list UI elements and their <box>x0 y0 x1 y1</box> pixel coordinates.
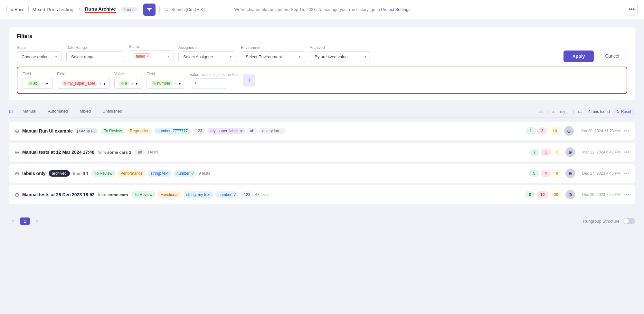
search-input[interactable] <box>171 7 223 12</box>
list-item: Performance <box>117 170 146 177</box>
run-more-button[interactable]: ••• <box>624 171 629 176</box>
field3-tag: number <box>151 80 173 86</box>
badge-skipped: 30 <box>550 191 562 198</box>
field1-chevron-icon <box>46 81 48 86</box>
field2-select[interactable]: my_super_label × <box>57 78 110 89</box>
run-tags: To Review Performance string: text numbe… <box>91 170 210 177</box>
main-content: Filters State Choose option Date Range S… <box>0 19 644 238</box>
run-tags: To Review Functional string: my text num… <box>131 191 269 198</box>
value1-chevron-icon <box>136 81 138 86</box>
run-more-button[interactable]: ••• <box>624 149 629 155</box>
avatar: ⊕ <box>565 190 575 199</box>
add-filter-button[interactable]: + <box>243 74 255 87</box>
archived-filter-label: Archived <box>310 45 371 50</box>
run-from: from some cars <box>98 192 128 197</box>
badge-skipped: 10 <box>549 127 561 134</box>
run-title: labels only <box>22 171 45 176</box>
back-button[interactable]: « Runs <box>6 5 29 14</box>
list-item: To Review <box>91 170 116 177</box>
rungroup-toggle[interactable] <box>623 218 635 224</box>
table-row: ⊖ Manual tests at 26 Dec 2023 18:52 from… <box>9 185 635 204</box>
tab-unfinished[interactable]: Unfinished <box>97 106 128 117</box>
env-filter-group: Environment Select Environment <box>241 45 305 62</box>
rungroup-row: Rungroup Structure <box>583 215 635 227</box>
apply-button[interactable]: Apply <box>564 51 594 62</box>
list-item: Functional <box>157 191 181 198</box>
list-item: 123 <box>241 191 253 198</box>
back-icon: « <box>11 7 13 12</box>
field3-select[interactable]: number × <box>147 78 185 89</box>
status-filter-select[interactable]: failed × <box>129 51 174 62</box>
table-row: ⊖ Manual tests at 12 Mar 2024 17:40 from… <box>9 143 635 162</box>
field2-remove-icon[interactable]: × <box>99 81 101 85</box>
reset-button[interactable]: ↻ Reset <box>612 108 635 115</box>
archived-filter-select[interactable]: By archived value <box>310 51 371 62</box>
badge-passed: 1 <box>526 127 536 134</box>
nav-info-text: We've cleared old runs before Sep 15, 20… <box>234 7 622 12</box>
field3-label: Field <box>147 72 185 76</box>
field3-remove-icon[interactable]: × <box>175 81 177 85</box>
summary-my: my_... <box>560 109 571 114</box>
assignee-filter-select[interactable]: Select Assignee <box>178 51 236 62</box>
tab-manual[interactable]: Manual <box>17 106 42 117</box>
value1-tag: a <box>118 80 130 86</box>
tab-check-icon: ☑ <box>9 109 13 114</box>
field2-label: Field <box>57 72 110 76</box>
status-tag: failed × <box>134 53 151 59</box>
svg-line-1 <box>167 10 168 12</box>
field3-group: Field number × <box>147 72 185 89</box>
field1-select[interactable]: ab × <box>23 78 52 89</box>
list-item: number: 7 <box>215 191 239 198</box>
state-chevron-icon <box>55 55 57 59</box>
top-nav: « Runs Mixed Runs testing / Runs Archive… <box>0 0 644 19</box>
state-filter-select[interactable]: Choose option <box>17 51 62 62</box>
tab-automated[interactable]: Automated <box>42 106 74 117</box>
next-page-button[interactable]: » <box>33 217 41 225</box>
pagination: « 1 » <box>9 212 41 230</box>
value1-remove-icon[interactable]: × <box>132 81 134 85</box>
assignee-filter-value: Select Assignee <box>183 54 213 59</box>
field1-remove-icon[interactable]: × <box>42 81 44 85</box>
more-menu-button[interactable]: ••• <box>626 4 638 15</box>
tab-mixed[interactable]: Mixed <box>74 106 97 117</box>
status-remove-icon[interactable]: × <box>147 54 149 59</box>
summary-a: a <box>552 109 554 114</box>
list-item: 123 <box>193 128 205 134</box>
test-count: 3 tests <box>147 150 158 154</box>
field1-label: Field <box>23 72 52 76</box>
runs-list: ⊖ Manual Run UI example [ Group E ] To R… <box>9 122 635 207</box>
cancel-button[interactable]: Cancel <box>597 50 627 62</box>
run-more-button[interactable]: ••• <box>624 192 629 198</box>
run-title: Manual tests at 12 Mar 2024 17:40 <box>22 150 94 155</box>
filter-icon-button[interactable] <box>143 4 156 16</box>
run-from: from ffff <box>73 171 88 176</box>
run-status-icon: ⊖ <box>15 128 19 134</box>
tabs-summary: st... | a | my_... | n... | 4 runs found… <box>539 108 635 115</box>
badge-failed: 1 <box>541 149 551 156</box>
state-filter-label: State <box>17 45 62 50</box>
field1-group: Field ab × <box>23 72 52 89</box>
run-title: Manual Run UI example [ Group E ] <box>22 128 98 134</box>
run-status-icon: ⊖ <box>15 192 19 198</box>
run-group-badge: [ Group E ] <box>75 128 98 134</box>
run-date: Mar 12, 2024 6:43 PM <box>582 150 620 154</box>
archived-badge: archived <box>49 170 70 177</box>
run-more-button[interactable]: ••• <box>624 128 629 134</box>
field1-tag: ab <box>27 80 40 86</box>
assignee-chevron-icon <box>230 55 232 59</box>
archived-filter-group: Archived By archived value <box>310 45 371 62</box>
search-box[interactable] <box>159 5 230 14</box>
project-settings-link[interactable]: Project Settings <box>381 7 411 12</box>
value1-select[interactable]: a × <box>114 78 142 89</box>
table-row: ⊖ labels only archived from ffff To Revi… <box>9 164 635 183</box>
prev-page-button[interactable]: « <box>9 217 17 225</box>
run-date: Dec 26, 2023 7:55 PM <box>582 192 620 197</box>
filter-icon <box>147 7 152 12</box>
env-filter-select[interactable]: Select Environment <box>241 51 305 62</box>
state-filter-value: Choose option <box>22 54 49 59</box>
value2-input[interactable] <box>190 78 228 88</box>
date-filter-select[interactable]: Select range <box>66 51 124 62</box>
filters-section: Filters State Choose option Date Range S… <box>9 27 635 100</box>
env-filter-value: Select Environment <box>246 54 282 59</box>
status-filter-group: Status failed × <box>129 44 174 62</box>
